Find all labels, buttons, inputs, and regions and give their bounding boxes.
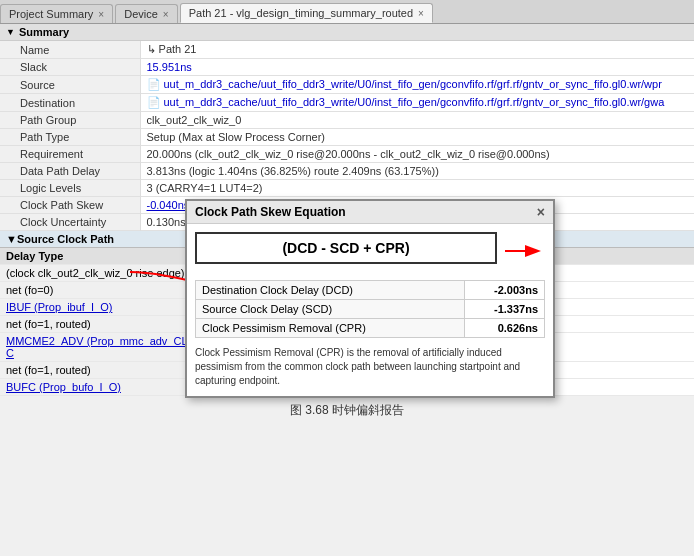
popup-title: Clock Path Skew Equation <box>195 205 346 219</box>
source-clock-label: Source Clock Path <box>17 233 114 245</box>
table-row: Name ↳ Path 21 <box>0 41 694 59</box>
prop-value-source[interactable]: 📄uut_m_ddr3_cache/uut_fifo_ddr3_write/U0… <box>140 76 694 94</box>
collapse-icon[interactable]: ▼ <box>6 27 15 37</box>
formula-arrow <box>505 239 545 266</box>
tab-label: Path 21 - vlg_design_timing_summary_rout… <box>189 7 413 19</box>
popup-close-button[interactable]: × <box>537 205 545 219</box>
prop-key-clock-skew: Clock Path Skew <box>0 197 140 214</box>
table-row: Source Clock Delay (SCD) -1.337ns <box>196 300 545 319</box>
prop-key: Logic Levels <box>0 180 140 197</box>
popup-body: (DCD - SCD + CPR) Destination C <box>187 224 553 396</box>
prop-value-dest[interactable]: 📄uut_m_ddr3_cache/uut_fifo_ddr3_write/U0… <box>140 94 694 112</box>
table-row: Data Path Delay 3.813ns (logic 1.404ns (… <box>0 163 694 180</box>
tab-label: Device <box>124 8 158 20</box>
summary-section-header: ▼ Summary <box>0 24 694 41</box>
prop-key: Clock Uncertainty <box>0 214 140 231</box>
scd-value: -1.337ns <box>465 300 545 319</box>
prop-key: Data Path Delay <box>0 163 140 180</box>
prop-value: Setup (Max at Slow Process Corner) <box>140 129 694 146</box>
collapse-icon[interactable]: ▼ <box>6 233 17 245</box>
popup-description: Clock Pessimism Removal (CPR) is the rem… <box>195 346 545 388</box>
prop-key: Slack <box>0 59 140 76</box>
prop-key: Path Type <box>0 129 140 146</box>
table-row: Slack 15.951ns <box>0 59 694 76</box>
close-icon[interactable]: × <box>163 9 169 20</box>
scd-label: Source Clock Delay (SCD) <box>196 300 465 319</box>
tab-device[interactable]: Device × <box>115 4 177 23</box>
prop-key: Path Group <box>0 112 140 129</box>
prop-key: Requirement <box>0 146 140 163</box>
table-row: Requirement 20.000ns (clk_out2_clk_wiz_0… <box>0 146 694 163</box>
popup-values-table: Destination Clock Delay (DCD) -2.003ns S… <box>195 280 545 338</box>
main-content: ▼ Summary Name ↳ Path 21 Slack 15.951ns … <box>0 24 694 396</box>
tab-label: Project Summary <box>9 8 93 20</box>
close-icon[interactable]: × <box>418 8 424 19</box>
close-icon[interactable]: × <box>98 9 104 20</box>
table-row: Clock Pessimism Removal (CPR) 0.626ns <box>196 319 545 338</box>
table-row: Source 📄uut_m_ddr3_cache/uut_fifo_ddr3_w… <box>0 76 694 94</box>
prop-key: Name <box>0 41 140 59</box>
table-row: Logic Levels 3 (CARRY4=1 LUT4=2) <box>0 180 694 197</box>
formula-box: (DCD - SCD + CPR) <box>195 232 497 264</box>
cpr-value: 0.626ns <box>465 319 545 338</box>
prop-value: ↳ Path 21 <box>140 41 694 59</box>
table-row: Destination Clock Delay (DCD) -2.003ns <box>196 281 545 300</box>
tab-project-summary[interactable]: Project Summary × <box>0 4 113 23</box>
file-icon: 📄 <box>147 78 161 90</box>
prop-key: Destination <box>0 94 140 112</box>
clock-skew-popup: Clock Path Skew Equation × (DCD - SCD + … <box>185 199 555 398</box>
prop-value: 20.000ns (clk_out2_clk_wiz_0 rise@20.000… <box>140 146 694 163</box>
table-row: Path Group clk_out2_clk_wiz_0 <box>0 112 694 129</box>
cpr-label: Clock Pessimism Removal (CPR) <box>196 319 465 338</box>
dcd-value: -2.003ns <box>465 281 545 300</box>
prop-value: 3.813ns (logic 1.404ns (36.825%) route 2… <box>140 163 694 180</box>
table-row: Destination 📄uut_m_ddr3_cache/uut_fifo_d… <box>0 94 694 112</box>
formula-text: (DCD - SCD + CPR) <box>282 240 409 256</box>
file-icon: 📄 <box>147 96 161 108</box>
table-row: Path Type Setup (Max at Slow Process Cor… <box>0 129 694 146</box>
tab-bar: Project Summary × Device × Path 21 - vlg… <box>0 0 694 24</box>
prop-value: 3 (CARRY4=1 LUT4=2) <box>140 180 694 197</box>
dcd-label: Destination Clock Delay (DCD) <box>196 281 465 300</box>
summary-label: Summary <box>19 26 69 38</box>
figure-caption: 图 3.68 时钟偏斜报告 <box>0 396 694 425</box>
prop-value-slack[interactable]: 15.951ns <box>140 59 694 76</box>
prop-key: Source <box>0 76 140 94</box>
popup-title-bar: Clock Path Skew Equation × <box>187 201 553 224</box>
tab-path21[interactable]: Path 21 - vlg_design_timing_summary_rout… <box>180 3 433 23</box>
prop-value: clk_out2_clk_wiz_0 <box>140 112 694 129</box>
arrow-icon <box>505 239 545 263</box>
